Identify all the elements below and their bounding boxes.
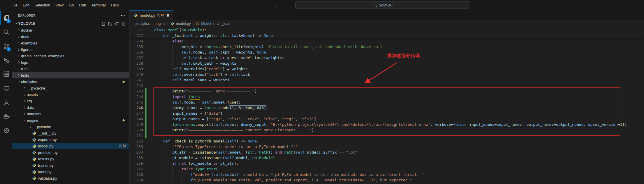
activity-testing[interactable] (0, 95, 12, 109)
tree-item-examples[interactable]: examples (12, 40, 129, 46)
workspace-section-header[interactable]: YOLOV10 (12, 20, 129, 27)
tree-item-tests[interactable]: tests (12, 72, 129, 78)
breadcrumb-item-engine[interactable]: engine (154, 22, 166, 26)
activity-docker[interactable] (0, 109, 12, 123)
tree-item-exporter-py[interactable]: exporter.py (12, 136, 129, 143)
tree-item-__init__-py[interactable]: __init__.py (12, 130, 129, 136)
line-number-243[interactable]: 243 (130, 88, 143, 94)
tab-modified-dot[interactable] (167, 14, 169, 17)
tree-item-docker[interactable]: docker (12, 27, 129, 33)
line-number-252[interactable]: 252 (130, 138, 143, 144)
tree-item-data[interactable]: data (12, 104, 129, 111)
line-number-234[interactable]: 234 (130, 38, 143, 44)
new-folder-button[interactable] (108, 22, 112, 26)
line-number-251[interactable]: 251 (130, 133, 143, 138)
history-forward-button[interactable]: → (283, 3, 288, 8)
code-line-238[interactable]: 238 self.ckpt_path = weights (130, 61, 644, 66)
line-number-245[interactable]: 245 (130, 99, 143, 105)
chevron-down-icon[interactable] (16, 80, 21, 84)
chevron-right-icon[interactable] (16, 73, 21, 77)
chevron-right-icon[interactable] (22, 112, 27, 116)
tree-item-runs[interactable]: runs (12, 66, 129, 72)
tree-item-assets[interactable]: assets (12, 91, 129, 98)
line-number-238[interactable]: 238 (130, 61, 143, 66)
line-number-258[interactable]: 258 (130, 172, 143, 177)
line-number-235[interactable]: 235 (130, 44, 143, 49)
code-line-235[interactable]: 235 weights = checks.check_file(weights)… (130, 44, 644, 49)
code-line-253[interactable]: 253 """Raises TypeError is model is not … (130, 144, 644, 149)
menu-run[interactable]: Run (76, 0, 89, 10)
tree-item-trainer-py[interactable]: trainer.py (12, 162, 129, 168)
menu-go[interactable]: Go (66, 0, 76, 10)
code-line-240[interactable]: 240 self.overrides["task"] = self.task (130, 72, 644, 77)
line-number-17[interactable]: 17 (130, 27, 143, 33)
line-number-256[interactable]: 256 (130, 161, 143, 166)
code-line-236[interactable]: 236 self.model, self.ckpt = weights, Non… (130, 49, 644, 55)
line-number-255[interactable]: 255 (130, 155, 143, 161)
line-number-237[interactable]: 237 (130, 55, 143, 61)
line-number-249[interactable]: 249 (130, 122, 143, 127)
line-number-253[interactable]: 253 (130, 144, 143, 149)
code-line-234[interactable]: 234 else: (130, 38, 644, 44)
sticky-line-217[interactable]: 217 def _load(self, weights: str, task=N… (130, 33, 644, 38)
chevron-right-icon[interactable] (16, 28, 21, 32)
menu-edit[interactable]: Edit (20, 0, 32, 10)
tree-item-ultralytics[interactable]: ultralytics (12, 78, 129, 85)
command-center-search[interactable]: yolov10 (295, 1, 470, 9)
line-number-236[interactable]: 236 (130, 49, 143, 55)
line-number-240[interactable]: 240 (130, 72, 143, 77)
chevron-right-icon[interactable] (16, 48, 21, 51)
breadcrumb-item-model-py[interactable]: model.py (170, 22, 191, 26)
menu-selection[interactable]: Selection (32, 0, 53, 10)
collapse-folders-button[interactable] (121, 22, 126, 26)
activity-explorer[interactable]: 1 (0, 11, 12, 25)
line-number-246[interactable]: 246 (130, 105, 143, 111)
code-line-255[interactable]: 255 pt_module = isinstance(self.model, n… (130, 155, 644, 161)
line-number-244[interactable]: 244 (130, 94, 143, 99)
code-line-257[interactable]: 257 raise TypeError( (130, 166, 644, 172)
tree-item-datasets[interactable]: datasets (12, 111, 129, 117)
breadcrumb-item-model[interactable]: Model (195, 22, 211, 26)
tree-item-model-py[interactable]: model.py2, M (12, 143, 129, 149)
line-number-257[interactable]: 257 (130, 166, 143, 172)
tree-item-validator-py[interactable]: validator.py (12, 175, 129, 181)
menu-terminal[interactable]: Terminal (89, 0, 108, 10)
activity-extensions[interactable] (0, 67, 12, 81)
activity-search[interactable] (0, 25, 12, 39)
chevron-right-icon[interactable] (28, 125, 33, 129)
code-line-258[interactable]: 258 f"model='{self.model}' should be a *… (130, 172, 644, 177)
line-number-241[interactable]: 241 (130, 77, 143, 83)
tree-item-cfg[interactable]: cfg (12, 98, 129, 104)
tree-item-engine[interactable]: engine (12, 117, 129, 123)
tree-item-results-py[interactable]: results.py (12, 156, 129, 162)
tree-item-logs[interactable]: logs (12, 59, 129, 66)
tree-item-__pycache__[interactable]: __pycache__ (12, 123, 129, 130)
code-line-239[interactable]: 239 self.overrides["model"] = weights (130, 66, 644, 72)
code-line-241[interactable]: 241 self.model_name = weights (130, 77, 644, 83)
chevron-down-icon[interactable] (22, 118, 27, 122)
tree-item-__pycache__[interactable]: __pycache__ (12, 85, 129, 91)
code-line-259[interactable]: 259 f"PyTorch models can train, val, pre… (130, 177, 644, 183)
breadcrumb-item-ultralytics[interactable]: ultralytics (134, 22, 150, 26)
activity-kubernetes[interactable] (0, 123, 12, 137)
activity-run-and-debug[interactable] (0, 53, 12, 67)
new-file-button[interactable] (101, 22, 106, 26)
line-number-250[interactable]: 250 (130, 127, 143, 133)
sticky-line-17[interactable]: 17class Model(nn.Module): (130, 27, 644, 33)
refresh-explorer-button[interactable] (115, 22, 119, 26)
tree-item-docs[interactable]: docs (12, 33, 129, 40)
tab-model-py[interactable]: model.py 2, M (130, 10, 173, 20)
activity-source-control[interactable]: 7 (0, 39, 12, 53)
chevron-right-icon[interactable] (16, 54, 21, 58)
chevron-right-icon[interactable] (22, 99, 27, 103)
menu-view[interactable]: View (53, 0, 66, 10)
tree-item-tuner-py[interactable]: tuner.py (12, 168, 129, 175)
tree-item-figures[interactable]: figures (12, 46, 129, 53)
activity-remote-explorer[interactable] (0, 81, 12, 95)
tree-item-gradio_cached_examples[interactable]: gradio_cached_examples (12, 53, 129, 59)
line-number-254[interactable]: 254 (130, 149, 143, 155)
chevron-right-icon[interactable] (22, 86, 27, 90)
line-number-259[interactable]: 259 (130, 177, 143, 183)
line-number-217[interactable]: 217 (130, 33, 143, 38)
menu-file[interactable]: File (9, 0, 20, 10)
